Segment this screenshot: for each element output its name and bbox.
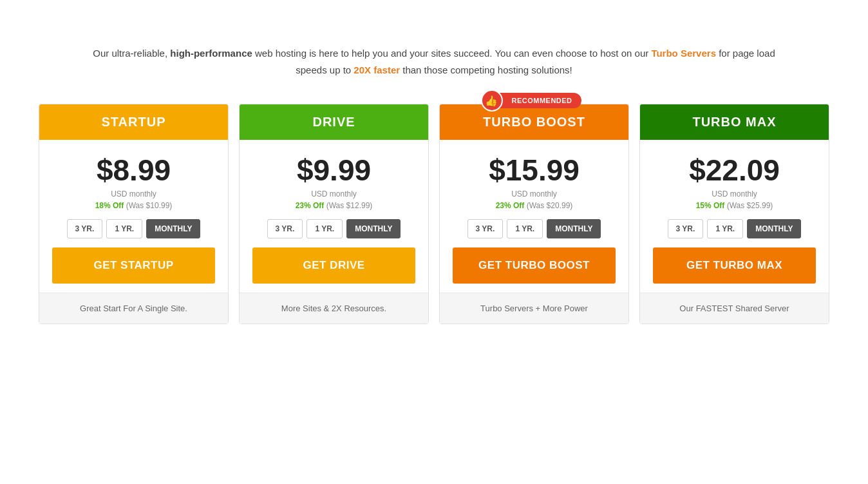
- plan-header: STARTUP: [39, 104, 228, 140]
- usd-monthly: USD monthly: [453, 189, 616, 198]
- discount: 23% Off (Was $12.99): [252, 201, 415, 210]
- usd-monthly: USD monthly: [653, 189, 816, 198]
- period-buttons: 3 YR.1 YR.MONTHLY: [52, 219, 215, 238]
- period-btn-3yr.[interactable]: 3 YR.: [467, 219, 504, 238]
- thumbs-up-icon: 👍: [480, 90, 502, 111]
- get-plan-button[interactable]: GET STARTUP: [52, 247, 215, 284]
- was-price: (Was $12.99): [326, 201, 373, 210]
- period-buttons: 3 YR.1 YR.MONTHLY: [653, 219, 816, 238]
- plan-body: $22.09 USD monthly 15% Off (Was $25.99) …: [640, 140, 829, 284]
- recommended-badge: 👍 RECOMMENDED: [487, 93, 581, 108]
- plan-card-turbo-max: TURBO MAX $22.09 USD monthly 15% Off (Wa…: [639, 104, 829, 324]
- plan-price: $9.99: [252, 154, 415, 187]
- plan-price: $8.99: [52, 154, 215, 187]
- plan-footer: Great Start For A Single Site.: [39, 293, 228, 324]
- period-btn-3yr.[interactable]: 3 YR.: [267, 219, 303, 238]
- period-btn-1yr.[interactable]: 1 YR.: [707, 219, 743, 238]
- discount: 15% Off (Was $25.99): [653, 201, 816, 210]
- discount: 23% Off (Was $20.99): [453, 201, 616, 210]
- period-btn-monthly[interactable]: MONTHLY: [346, 219, 401, 238]
- period-btn-monthly[interactable]: MONTHLY: [747, 219, 801, 238]
- page-container: Our ultra-reliable, high-performance web…: [0, 0, 868, 350]
- off-pct: 18% Off: [95, 201, 124, 210]
- plan-footer: More Sites & 2X Resources.: [240, 293, 428, 324]
- off-pct: 23% Off: [296, 201, 325, 210]
- plan-footer: Our FASTEST Shared Server: [640, 293, 829, 324]
- period-btn-monthly[interactable]: MONTHLY: [146, 219, 200, 238]
- period-buttons: 3 YR.1 YR.MONTHLY: [252, 219, 415, 238]
- plan-card-startup: STARTUP $8.99 USD monthly 18% Off (Was $…: [39, 104, 229, 324]
- period-btn-3yr.[interactable]: 3 YR.: [67, 219, 103, 238]
- description: Our ultra-reliable, high-performance web…: [80, 45, 788, 78]
- plan-header: TURBO BOOST: [440, 104, 628, 140]
- period-btn-1yr.[interactable]: 1 YR.: [507, 219, 543, 238]
- was-price: (Was $10.99): [126, 201, 173, 210]
- recommended-label: RECOMMENDED: [511, 97, 572, 104]
- off-pct: 15% Off: [696, 201, 725, 210]
- period-btn-1yr.[interactable]: 1 YR.: [307, 219, 343, 238]
- plan-header: DRIVE: [240, 104, 428, 140]
- plan-body: $8.99 USD monthly 18% Off (Was $10.99) 3…: [39, 140, 228, 284]
- usd-monthly: USD monthly: [52, 189, 215, 198]
- period-btn-1yr.[interactable]: 1 YR.: [106, 219, 142, 238]
- plan-price: $22.09: [653, 154, 816, 187]
- plan-header: TURBO MAX: [640, 104, 829, 140]
- usd-monthly: USD monthly: [252, 189, 415, 198]
- plan-card-turbo-boost: 👍 RECOMMENDED TURBO BOOST $15.99 USD mon…: [439, 104, 629, 324]
- plan-footer: Turbo Servers + More Power: [440, 293, 628, 324]
- period-btn-monthly[interactable]: MONTHLY: [547, 219, 601, 238]
- plans-container: STARTUP $8.99 USD monthly 18% Off (Was $…: [39, 104, 829, 324]
- was-price: (Was $25.99): [727, 201, 773, 210]
- off-pct: 23% Off: [496, 201, 525, 210]
- discount: 18% Off (Was $10.99): [52, 201, 215, 210]
- plan-price: $15.99: [453, 154, 616, 187]
- plan-card-drive: DRIVE $9.99 USD monthly 23% Off (Was $12…: [239, 104, 429, 324]
- get-plan-button[interactable]: GET TURBO BOOST: [453, 247, 616, 284]
- plan-body: $9.99 USD monthly 23% Off (Was $12.99) 3…: [240, 140, 428, 284]
- get-plan-button[interactable]: GET DRIVE: [252, 247, 415, 284]
- period-buttons: 3 YR.1 YR.MONTHLY: [453, 219, 616, 238]
- plan-body: $15.99 USD monthly 23% Off (Was $20.99) …: [440, 140, 628, 284]
- was-price: (Was $20.99): [527, 201, 573, 210]
- get-plan-button[interactable]: GET TURBO MAX: [653, 247, 816, 284]
- period-btn-3yr.[interactable]: 3 YR.: [668, 219, 704, 238]
